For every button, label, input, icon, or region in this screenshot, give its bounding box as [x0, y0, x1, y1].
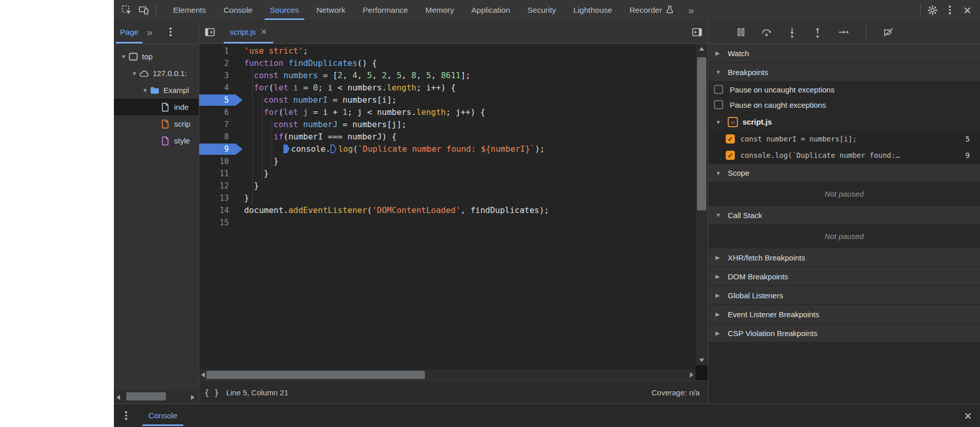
- panel-tab-lighthouse[interactable]: Lighthouse: [565, 0, 621, 20]
- gutter[interactable]: 13: [199, 192, 244, 204]
- navigator-horizontal-scrollbar[interactable]: [114, 391, 199, 404]
- more-options-icon[interactable]: [941, 3, 959, 18]
- gutter[interactable]: 10: [199, 155, 244, 168]
- pause-on-uncaught-checkbox[interactable]: [714, 85, 723, 94]
- panel-tab-performance[interactable]: Performance: [354, 0, 417, 20]
- step-over-icon[interactable]: [760, 26, 773, 38]
- gutter[interactable]: 7: [199, 118, 244, 131]
- section-xhr-fetch-breakpoints[interactable]: ▶XHR/fetch Breakpoints: [708, 248, 980, 267]
- breakpoint-gutter[interactable]: 5: [199, 94, 244, 106]
- pause-on-caught-checkbox[interactable]: [714, 100, 723, 109]
- navigator-more-tabs-chevron-icon[interactable]: »: [145, 26, 155, 38]
- editor-tab-scriptjs[interactable]: script.js ×: [223, 20, 274, 43]
- section-watch[interactable]: ▶ Watch: [708, 44, 980, 63]
- pause-on-caught-row[interactable]: Pause on caught exceptions: [708, 97, 980, 112]
- pretty-print-icon[interactable]: { }: [204, 388, 219, 397]
- section-dom-breakpoints[interactable]: ▶DOM Breakpoints: [708, 267, 980, 286]
- breakpoint-marker[interactable]: [199, 144, 243, 155]
- panel-tab-console[interactable]: Console: [215, 0, 261, 20]
- breakpoint-checkbox[interactable]: [726, 134, 735, 144]
- gutter[interactable]: 14: [199, 204, 244, 217]
- panel-tab-sources[interactable]: Sources: [261, 0, 308, 20]
- code-line[interactable]: 4 for(let i = 0; i < numbers.length; i++…: [199, 82, 696, 94]
- section-global-listeners[interactable]: ▶Global Listeners: [708, 286, 980, 305]
- breakpoint-entry[interactable]: const numberI = numbers[i]; 5: [708, 131, 980, 147]
- panel-tab-elements[interactable]: Elements: [164, 0, 215, 20]
- code-line[interactable]: 9 console.log(`Duplicate number found: $…: [199, 143, 696, 155]
- code-editor[interactable]: 1'use strict';2function findDuplicates()…: [199, 44, 696, 369]
- close-drawer-icon[interactable]: ×: [964, 409, 972, 422]
- code-line[interactable]: 7 const numberJ = numbers[j];: [199, 118, 696, 131]
- drawer-more-options-icon[interactable]: [125, 411, 127, 420]
- gutter[interactable]: 8: [199, 131, 244, 143]
- step-into-icon[interactable]: [786, 26, 798, 38]
- panel-tab-application[interactable]: Application: [463, 0, 519, 20]
- step-icon[interactable]: [837, 26, 849, 38]
- breakpoint-marker[interactable]: [199, 94, 243, 106]
- code-line[interactable]: 11 }: [199, 168, 696, 180]
- expander-arrow-icon[interactable]: ▾: [119, 53, 128, 60]
- inspect-element-icon[interactable]: [118, 3, 135, 18]
- code-line[interactable]: 12 }: [199, 180, 696, 192]
- code-line[interactable]: 5 const numberI = numbers[i];: [199, 94, 696, 106]
- breakpoint-file-group[interactable]: ▼ ‹› script.js: [708, 112, 980, 131]
- code-line[interactable]: 2function findDuplicates() {: [199, 57, 696, 69]
- toggle-navigator-panel-icon[interactable]: [201, 25, 219, 40]
- code-line[interactable]: 6 for(let j = i + 1; j < numbers.length;…: [199, 106, 696, 118]
- gutter[interactable]: 11: [199, 168, 244, 180]
- inline-breakpoint-filled-icon[interactable]: [283, 144, 291, 154]
- more-tabs-chevron-icon[interactable]: »: [683, 4, 699, 16]
- inline-breakpoint-outline-icon[interactable]: [330, 144, 338, 154]
- line-number: 14: [220, 204, 229, 217]
- editor-horizontal-scrollbar[interactable]: [199, 369, 696, 381]
- code-line[interactable]: 1'use strict';: [199, 45, 696, 57]
- gutter[interactable]: 2: [199, 57, 244, 69]
- gutter[interactable]: 4: [199, 82, 244, 94]
- gutter[interactable]: 6: [199, 106, 244, 118]
- section-event-listener-breakpoints[interactable]: ▶Event Listener Breakpoints: [708, 305, 980, 324]
- panel-tab-recorder[interactable]: Recorder: [621, 0, 683, 20]
- panel-tab-network[interactable]: Network: [307, 0, 354, 20]
- code-line[interactable]: 15: [199, 217, 696, 229]
- tree-item-exampl[interactable]: ▾Exampl: [114, 82, 199, 99]
- close-tab-icon[interactable]: ×: [261, 26, 267, 38]
- code-line[interactable]: 8 if(numberI === numberJ) {: [199, 131, 696, 143]
- code-line[interactable]: 3 const numbers = [2, 4, 5, 2, 5, 8, 5, …: [199, 69, 696, 82]
- editor-vertical-scrollbar[interactable]: [696, 44, 708, 365]
- section-call-stack[interactable]: ▼ Call Stack: [708, 206, 980, 225]
- navigator-more-options-icon[interactable]: [162, 25, 179, 40]
- pause-script-icon[interactable]: [735, 26, 747, 38]
- section-scope[interactable]: ▼ Scope: [708, 163, 980, 182]
- tree-item-scrip[interactable]: scrip: [114, 115, 199, 132]
- drawer-tab-console[interactable]: Console: [141, 404, 185, 427]
- step-out-icon[interactable]: [811, 26, 824, 38]
- code-line[interactable]: 14document.addEventListener('DOMContentL…: [199, 204, 696, 217]
- panel-tab-memory[interactable]: Memory: [417, 0, 463, 20]
- code-line[interactable]: 13}: [199, 192, 696, 204]
- section-breakpoints[interactable]: ▼ Breakpoints: [708, 63, 980, 82]
- expander-arrow-icon[interactable]: ▾: [140, 86, 150, 94]
- settings-gear-icon[interactable]: [924, 3, 941, 18]
- toggle-debugger-panel-icon[interactable]: [688, 25, 706, 40]
- close-devtools-icon[interactable]: ×: [959, 3, 976, 18]
- tree-item-127001[interactable]: ▾127.0.0.1:: [114, 65, 199, 82]
- panel-tab-security[interactable]: Security: [519, 0, 565, 20]
- gutter[interactable]: 15: [199, 217, 244, 229]
- device-toolbar-icon[interactable]: [135, 3, 153, 18]
- expander-arrow-icon[interactable]: ▾: [130, 69, 139, 77]
- breakpoint-entry[interactable]: console.log(`Duplicate number found:… 9: [708, 147, 980, 163]
- tree-item-inde[interactable]: inde: [114, 99, 199, 115]
- deactivate-breakpoints-icon[interactable]: [882, 26, 895, 38]
- breakpoint-checkbox[interactable]: [726, 151, 735, 160]
- section-csp-violation-breakpoints[interactable]: ▶CSP Violation Breakpoints: [708, 324, 980, 343]
- gutter[interactable]: 12: [199, 180, 244, 192]
- breakpoint-gutter[interactable]: 9: [199, 143, 244, 155]
- navigator-tab-page[interactable]: Page: [114, 20, 145, 43]
- code-text: console.log(`Duplicate number found: ${n…: [244, 143, 545, 155]
- tree-item-top[interactable]: ▾top: [114, 48, 199, 65]
- tree-item-style[interactable]: style: [114, 132, 199, 149]
- gutter[interactable]: 3: [199, 69, 244, 82]
- code-line[interactable]: 10 }: [199, 155, 696, 168]
- gutter[interactable]: 1: [199, 45, 244, 57]
- pause-on-uncaught-row[interactable]: Pause on uncaught exceptions: [708, 82, 980, 97]
